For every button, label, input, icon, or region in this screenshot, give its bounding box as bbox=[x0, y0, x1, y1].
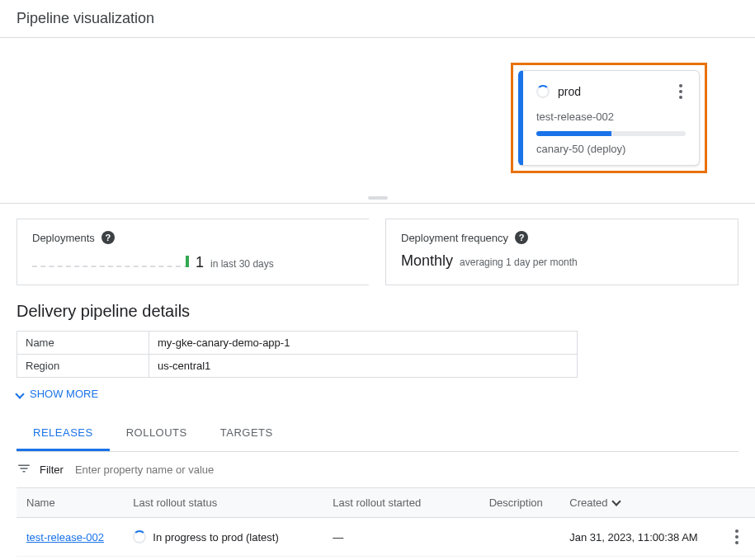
created-cell: Jan 31, 2023, 11:00:38 AM bbox=[559, 518, 722, 557]
filter-icon bbox=[17, 461, 31, 478]
description-cell bbox=[479, 518, 560, 557]
col-created[interactable]: Created bbox=[559, 488, 722, 518]
metric-deployments-title: Deployments bbox=[32, 232, 95, 244]
details-title: Delivery pipeline details bbox=[17, 302, 738, 321]
pipeline-visualization-area: prod test-release-002 canary-50 (deploy) bbox=[0, 38, 755, 203]
metrics-row: Deployments ? 1 in last 30 days Deployme… bbox=[17, 219, 738, 285]
filter-row: Filter bbox=[0, 452, 755, 487]
stage-card-prod[interactable]: prod test-release-002 canary-50 (deploy) bbox=[518, 70, 700, 166]
stage-phase: canary-50 (deploy) bbox=[536, 143, 686, 155]
detail-row-region: Region us-central1 bbox=[17, 355, 578, 378]
row-menu-button[interactable] bbox=[732, 526, 745, 548]
details-table: Name my-gke-canary-demo-app-1 Region us-… bbox=[17, 331, 578, 378]
spinner-icon bbox=[133, 530, 146, 544]
releases-table: Name Last rollout status Last rollout st… bbox=[17, 487, 755, 560]
resize-handle[interactable] bbox=[368, 196, 388, 200]
show-more-button[interactable]: SHOW MORE bbox=[17, 378, 738, 410]
show-more-label: SHOW MORE bbox=[30, 388, 98, 400]
description-cell bbox=[479, 557, 560, 561]
filter-label: Filter bbox=[40, 464, 64, 476]
metric-frequency-title: Deployment frequency bbox=[401, 232, 508, 244]
stage-name: prod bbox=[558, 85, 668, 98]
pipeline-details-section: Delivery pipeline details Name my-gke-ca… bbox=[0, 285, 755, 416]
col-name[interactable]: Name bbox=[17, 488, 123, 518]
help-icon[interactable]: ? bbox=[101, 231, 115, 244]
frequency-subtext: averaging 1 day per month bbox=[460, 256, 578, 268]
col-status[interactable]: Last rollout status bbox=[123, 488, 323, 518]
divider bbox=[0, 203, 755, 204]
table-row: test-release-002 In progress to prod (la… bbox=[17, 518, 755, 557]
col-description[interactable]: Description bbox=[479, 488, 560, 518]
col-started[interactable]: Last rollout started bbox=[323, 488, 479, 518]
metric-deployments: Deployments ? 1 in last 30 days bbox=[17, 219, 369, 285]
filter-input[interactable] bbox=[72, 460, 738, 479]
detail-row-name: Name my-gke-canary-demo-app-1 bbox=[17, 332, 578, 355]
stage-release: test-release-002 bbox=[536, 111, 686, 123]
col-actions bbox=[722, 488, 755, 518]
tab-targets[interactable]: TARGETS bbox=[204, 416, 290, 451]
detail-name-value: my-gke-canary-demo-app-1 bbox=[149, 332, 578, 355]
table-row: test-release-001 Successfully deployed t… bbox=[17, 557, 755, 561]
tab-releases[interactable]: RELEASES bbox=[17, 416, 110, 451]
sparkline bbox=[32, 252, 189, 267]
deployments-count: 1 bbox=[196, 254, 204, 271]
frequency-label: Monthly bbox=[401, 252, 453, 270]
detail-name-label: Name bbox=[17, 332, 149, 355]
chevron-down-icon bbox=[15, 389, 24, 398]
tabs: RELEASES ROLLOUTS TARGETS bbox=[17, 416, 738, 452]
release-link[interactable]: test-release-002 bbox=[26, 531, 104, 544]
page-title: Pipeline visualization bbox=[0, 0, 755, 37]
deployments-subtext: in last 30 days bbox=[210, 258, 274, 270]
stage-menu-button[interactable] bbox=[676, 81, 686, 102]
progress-bar bbox=[536, 131, 686, 136]
sort-desc-icon bbox=[611, 496, 621, 506]
status-text: In progress to prod (latest) bbox=[153, 531, 278, 544]
detail-region-label: Region bbox=[17, 355, 149, 378]
tab-rollouts[interactable]: ROLLOUTS bbox=[110, 416, 204, 451]
started-cell: Jan 30, 2023, 4:54:33 PM bbox=[323, 557, 479, 561]
highlight-box: prod test-release-002 canary-50 (deploy) bbox=[511, 63, 707, 173]
started-cell: — bbox=[323, 518, 479, 557]
spinner-icon bbox=[536, 85, 550, 98]
created-cell: Jan 30, 2023, 3:07:35 PM bbox=[559, 557, 722, 561]
help-icon[interactable]: ? bbox=[515, 231, 528, 244]
detail-region-value: us-central1 bbox=[149, 355, 578, 378]
metric-frequency: Deployment frequency ? Monthly averaging… bbox=[385, 219, 738, 285]
